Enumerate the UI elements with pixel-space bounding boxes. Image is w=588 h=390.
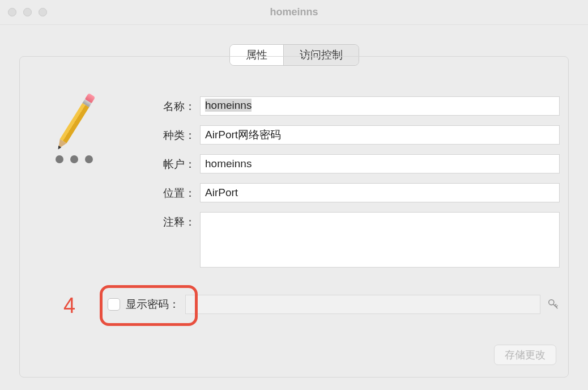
save-changes-button[interactable]: 存储更改 [494, 345, 556, 365]
kind-field[interactable] [200, 125, 560, 145]
where-field[interactable] [200, 183, 560, 202]
zoom-window-button[interactable] [39, 8, 47, 16]
comments-field[interactable] [200, 212, 560, 268]
account-field[interactable] [200, 154, 560, 173]
svg-line-2 [556, 306, 558, 307]
window-title: homeinns [0, 6, 588, 18]
window-titlebar: homeinns [0, 0, 588, 25]
traffic-lights [8, 8, 47, 16]
show-password-checkbox[interactable] [108, 298, 120, 311]
kind-label: 种类： [150, 125, 195, 143]
dots-icon [56, 155, 93, 163]
account-label: 帐户： [150, 154, 195, 172]
password-field[interactable] [185, 295, 540, 314]
key-icon[interactable] [547, 298, 560, 311]
keychain-password-icon [33, 98, 111, 166]
name-field[interactable]: homeinns [200, 96, 560, 116]
show-password-label: 显示密码： [126, 297, 180, 312]
where-label: 位置： [150, 183, 195, 201]
close-window-button[interactable] [8, 8, 16, 16]
name-label: 名称： [150, 96, 195, 114]
password-row: 显示密码： [108, 295, 560, 314]
svg-line-3 [555, 304, 556, 306]
pencil-icon [54, 98, 92, 152]
attributes-form: 名称： homeinns 种类： 帐户： 位置： 注释： [150, 96, 560, 277]
minimize-window-button[interactable] [23, 8, 32, 16]
comments-label: 注释： [150, 212, 195, 230]
